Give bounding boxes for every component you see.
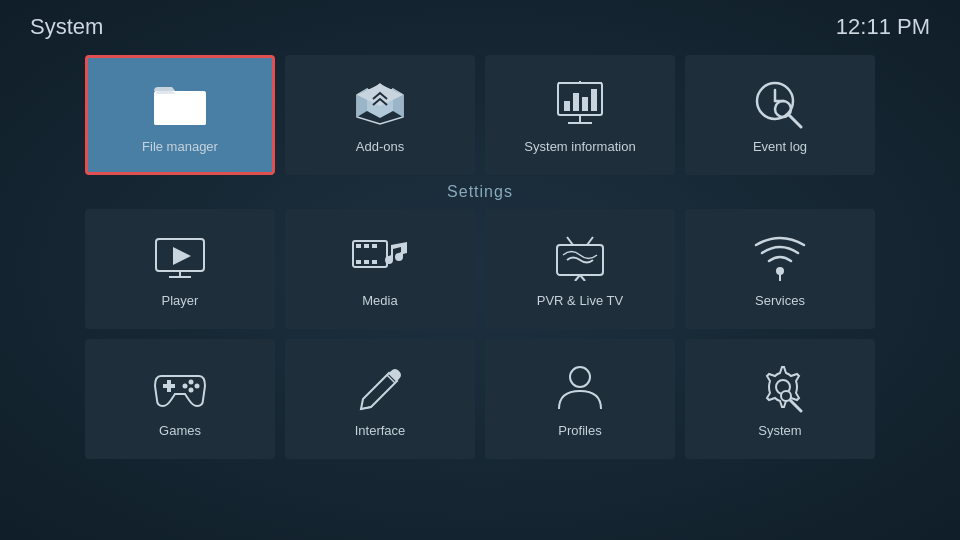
- tile-player-label: Player: [162, 293, 199, 308]
- svg-line-44: [789, 399, 801, 411]
- svg-point-15: [775, 101, 791, 117]
- settings-row-1: Player Media: [0, 209, 960, 329]
- svg-rect-8: [591, 89, 597, 111]
- system-information-icon: [550, 76, 610, 131]
- file-manager-icon: [150, 76, 210, 131]
- clock: 12:11 PM: [836, 14, 930, 40]
- svg-point-42: [570, 367, 590, 387]
- tile-profiles[interactable]: Profiles: [485, 339, 675, 459]
- header: System 12:11 PM: [0, 0, 960, 50]
- settings-row-2: Games Interface: [0, 339, 960, 459]
- interface-icon: [350, 360, 410, 415]
- tile-profiles-label: Profiles: [558, 423, 601, 438]
- svg-rect-5: [564, 101, 570, 111]
- add-ons-icon: [350, 76, 410, 131]
- tile-event-log-label: Event log: [753, 139, 807, 154]
- tile-system-label: System: [758, 423, 801, 438]
- services-icon: [750, 230, 810, 285]
- svg-line-14: [789, 115, 801, 127]
- tile-system-information[interactable]: System information: [485, 55, 675, 175]
- event-log-icon: [750, 76, 810, 131]
- top-tiles-row: File manager: [0, 55, 960, 175]
- games-icon: [150, 360, 210, 415]
- player-icon: [150, 230, 210, 285]
- svg-point-36: [189, 379, 194, 384]
- tile-services-label: Services: [755, 293, 805, 308]
- svg-rect-25: [364, 260, 369, 264]
- svg-point-37: [195, 383, 200, 388]
- tile-add-ons[interactable]: Add-ons: [285, 55, 475, 175]
- pvr-live-tv-icon: [550, 230, 610, 285]
- svg-line-31: [587, 237, 593, 245]
- profiles-icon: [550, 360, 610, 415]
- svg-point-38: [189, 387, 194, 392]
- page-title: System: [30, 14, 103, 40]
- svg-rect-35: [167, 380, 171, 392]
- tile-system[interactable]: System: [685, 339, 875, 459]
- svg-rect-22: [364, 244, 369, 248]
- svg-point-39: [183, 383, 188, 388]
- system-icon: [750, 360, 810, 415]
- svg-point-45: [781, 391, 791, 401]
- tile-file-manager[interactable]: File manager: [85, 55, 275, 175]
- tile-interface[interactable]: Interface: [285, 339, 475, 459]
- tile-player[interactable]: Player: [85, 209, 275, 329]
- svg-rect-7: [582, 97, 588, 111]
- settings-header: Settings: [0, 183, 960, 201]
- svg-line-30: [567, 237, 573, 245]
- tile-media[interactable]: Media: [285, 209, 475, 329]
- tile-event-log[interactable]: Event log: [685, 55, 875, 175]
- svg-rect-24: [356, 260, 361, 264]
- tile-interface-label: Interface: [355, 423, 406, 438]
- tile-media-label: Media: [362, 293, 397, 308]
- svg-rect-21: [356, 244, 361, 248]
- svg-line-40: [361, 407, 371, 409]
- svg-rect-26: [372, 260, 377, 264]
- tile-games-label: Games: [159, 423, 201, 438]
- tile-pvr-live-tv[interactable]: PVR & Live TV: [485, 209, 675, 329]
- svg-marker-19: [173, 247, 191, 265]
- tile-services[interactable]: Services: [685, 209, 875, 329]
- tile-pvr-live-tv-label: PVR & Live TV: [537, 293, 623, 308]
- tile-system-information-label: System information: [524, 139, 635, 154]
- svg-rect-6: [573, 93, 579, 111]
- media-icon: [350, 230, 410, 285]
- tile-add-ons-label: Add-ons: [356, 139, 404, 154]
- tile-file-manager-label: File manager: [142, 139, 218, 154]
- svg-rect-23: [372, 244, 377, 248]
- tile-games[interactable]: Games: [85, 339, 275, 459]
